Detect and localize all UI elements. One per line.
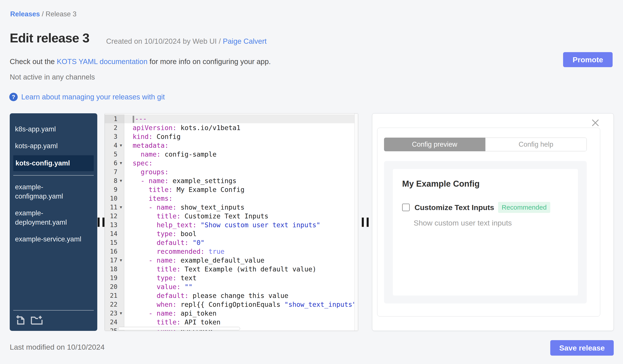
main-row: k8s-app.yamlkots-app.yamlkots-config.yam… — [10, 113, 614, 331]
docs-line: Check out the KOTS YAML documentation fo… — [10, 58, 271, 66]
page-title: Edit release 3 — [10, 30, 89, 45]
file-item-kots-app-yaml[interactable]: kots-app.yaml — [10, 138, 86, 154]
editor-line-24[interactable]: 24 title: API token — [105, 318, 358, 326]
line-number: 5 — [105, 150, 124, 159]
sidebar-actions — [10, 315, 97, 325]
sidebar-divider — [13, 310, 94, 311]
config-preview-panel: Config previewConfig help My Example Con… — [372, 113, 614, 331]
line-number: 1 — [105, 114, 124, 123]
editor-line-1[interactable]: 1--- — [105, 114, 358, 123]
file-item-example-deployment-yaml[interactable]: example-deployment.yaml — [10, 205, 86, 231]
file-item-example-service-yaml[interactable]: example-service.yaml — [10, 231, 86, 248]
code-text: - name: api_token — [124, 309, 216, 317]
code-text: title: Customize Text Inputs — [124, 212, 268, 220]
tab-config-preview[interactable]: Config preview — [384, 138, 485, 151]
line-number: 15 — [105, 238, 124, 247]
editor-line-14[interactable]: 14 type: bool — [105, 229, 358, 238]
line-number: 7 — [105, 167, 124, 176]
code-text: type: bool — [124, 230, 197, 238]
editor-line-13[interactable]: 13 help_text: "Show custom user text inp… — [105, 221, 358, 229]
editor-vertical-scrollbar[interactable] — [354, 114, 358, 331]
editor-line-8[interactable]: 8▾ - name: example_settings — [105, 176, 358, 185]
editor-line-16[interactable]: 16 recommended: true — [105, 247, 358, 256]
docs-prefix: Check out the — [10, 58, 55, 66]
editor-horizontal-scrollbar[interactable] — [118, 327, 240, 330]
sidebar-bottom — [10, 306, 97, 331]
channel-status: Not active in any channels — [10, 73, 95, 81]
created-text: Created on 10/10/2024 by Web UI / — [106, 37, 221, 45]
editor-line-6[interactable]: 6▾spec: — [105, 159, 358, 167]
editor-line-12[interactable]: 12 title: Customize Text Inputs — [105, 212, 358, 221]
fold-arrow-icon[interactable]: ▾ — [118, 178, 124, 183]
editor-line-9[interactable]: 9 title: My Example Config — [105, 185, 358, 194]
file-item-kots-config-yaml[interactable]: kots-config.yaml — [13, 155, 94, 171]
file-list: k8s-app.yamlkots-app.yamlkots-config.yam… — [10, 121, 97, 248]
editor-line-5[interactable]: 5 name: config-sample — [105, 150, 358, 159]
line-number: 23▾ — [105, 309, 124, 318]
file-item-k8s-app-yaml[interactable]: k8s-app.yaml — [10, 121, 86, 138]
fold-arrow-icon[interactable]: ▾ — [118, 311, 124, 316]
editor-line-15[interactable]: 15 default: "0" — [105, 238, 358, 247]
config-group-title: My Example Config — [402, 179, 569, 189]
line-number: 6▾ — [105, 159, 124, 167]
code-text: when: repl{{ ConfigOptionEquals "show_te… — [124, 301, 356, 308]
fold-arrow-icon[interactable]: ▾ — [118, 160, 124, 166]
fold-arrow-icon[interactable]: ▾ — [118, 204, 124, 210]
editor-line-22[interactable]: 22 when: repl{{ ConfigOptionEquals "show… — [105, 300, 358, 309]
code-text: name: config-sample — [124, 150, 216, 158]
line-number: 3 — [105, 132, 124, 141]
editor-line-11[interactable]: 11▾ - name: show_text_inputs — [105, 203, 358, 212]
code-text: spec: — [124, 159, 153, 167]
code-text: help_text: "Show custom user text inputs… — [124, 221, 320, 229]
line-number: 21 — [105, 291, 124, 300]
learn-releases-git-link[interactable]: Learn about managing your releases with … — [21, 93, 165, 101]
resize-handle-left[interactable] — [97, 218, 104, 227]
editor-line-3[interactable]: 3kind: Config — [105, 132, 358, 141]
promote-button[interactable]: Promote — [563, 52, 613, 67]
tab-config-help[interactable]: Config help — [485, 138, 587, 151]
file-tree-sidebar: k8s-app.yamlkots-app.yamlkots-config.yam… — [10, 113, 97, 331]
fold-arrow-icon[interactable]: ▾ — [118, 258, 124, 263]
line-number: 8▾ — [105, 176, 124, 185]
code-text: type: text — [124, 274, 197, 282]
file-list-divider — [13, 175, 94, 176]
created-by-link[interactable]: Paige Calvert — [223, 37, 267, 45]
editor-line-2[interactable]: 2apiVersion: kots.io/v1beta1 — [105, 123, 358, 132]
yaml-code-editor[interactable]: 1---2apiVersion: kots.io/v1beta13kind: C… — [105, 113, 358, 331]
editor-line-21[interactable]: 21 default: please change this value — [105, 291, 358, 300]
line-number: 11▾ — [105, 203, 124, 212]
editor-line-20[interactable]: 20 value: "" — [105, 282, 358, 291]
editor-line-7[interactable]: 7 groups: — [105, 167, 358, 176]
code-text: - name: show_text_inputs — [124, 203, 245, 211]
fold-arrow-icon[interactable]: ▾ — [118, 143, 124, 148]
kots-yaml-docs-link[interactable]: KOTS YAML documentation — [57, 58, 147, 66]
question-mark-icon: ? — [9, 93, 18, 101]
code-text: default: "0" — [124, 239, 204, 246]
resize-handle-right[interactable] — [362, 218, 369, 227]
breadcrumb-separator: / — [42, 10, 44, 18]
editor-line-17[interactable]: 17▾ - name: example_default_value — [105, 256, 358, 265]
close-icon[interactable] — [591, 118, 600, 127]
line-number: 9 — [105, 185, 124, 194]
preview-viewport: My Example Config Customize Text Inputs … — [384, 161, 587, 303]
line-number: 13 — [105, 221, 124, 229]
config-item-row: Customize Text Inputs Recommended — [402, 202, 569, 213]
line-number: 2 — [105, 123, 124, 132]
breadcrumb-releases-link[interactable]: Releases — [10, 10, 40, 18]
editor-line-18[interactable]: 18 title: Text Example (with default val… — [105, 265, 358, 273]
editor-line-4[interactable]: 4▾metadata: — [105, 141, 358, 150]
code-text: - name: example_default_value — [124, 256, 265, 264]
editor-line-19[interactable]: 19 type: text — [105, 273, 358, 282]
editor-line-10[interactable]: 10 items: — [105, 194, 358, 203]
code-text: recommended: true — [124, 248, 224, 255]
config-item-help-text: Show custom user text inputs — [402, 219, 569, 227]
editor-line-23[interactable]: 23▾ - name: api_token — [105, 309, 358, 318]
new-file-icon[interactable] — [16, 315, 26, 325]
save-release-button[interactable]: Save release — [550, 340, 614, 356]
new-folder-icon[interactable] — [30, 315, 43, 325]
breadcrumb: Releases / Release 3 — [10, 10, 76, 18]
preview-card: Config previewConfig help My Example Con… — [377, 128, 600, 317]
file-item-example-configmap-yaml[interactable]: example-configmap.yaml — [10, 179, 86, 205]
customize-text-inputs-checkbox[interactable] — [402, 204, 410, 211]
code-text: metadata: — [124, 142, 169, 149]
